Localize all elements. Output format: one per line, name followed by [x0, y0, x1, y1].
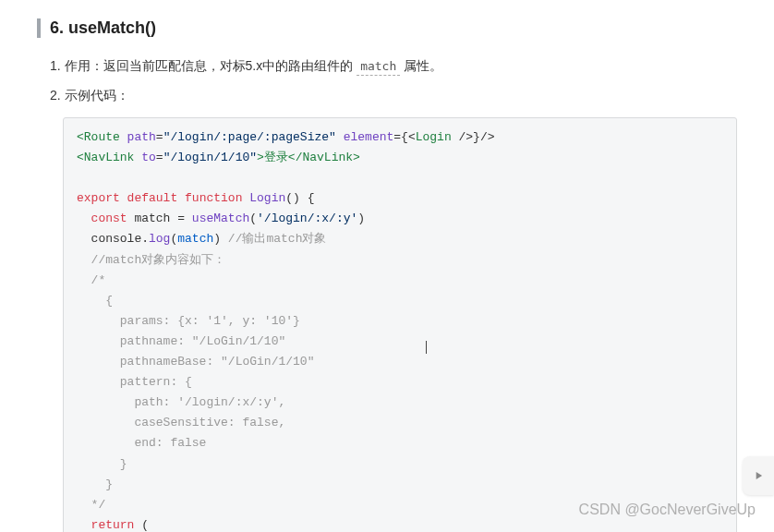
- code-token: export: [77, 191, 120, 205]
- code-token: Login: [242, 191, 285, 205]
- code-token: match =: [127, 212, 192, 225]
- code-token: }: [77, 478, 113, 491]
- code-token: >登录</NavLink>: [257, 151, 360, 164]
- code-token: end: false: [77, 436, 206, 450]
- list-item-2: 2. 示例代码：: [37, 88, 737, 104]
- code-token: "/login/1/10": [163, 151, 257, 164]
- code-token: pathnameBase: "/LoGin/1/10": [77, 355, 314, 369]
- code-token: //match对象内容如下：: [77, 253, 225, 267]
- code-token: '/login/:x/:y': [257, 212, 357, 225]
- code-token: path: '/login/:x/:y',: [77, 395, 285, 409]
- code-block: <Route path="/login/:page/:pageSize" ele…: [63, 117, 737, 532]
- code-token: match: [177, 232, 213, 246]
- code-token: element: [336, 130, 393, 144]
- document-content: 6. useMatch() 1. 作用：返回当前匹配信息，对标5.x中的路由组件…: [0, 0, 774, 532]
- code-token: useMatch: [192, 212, 249, 225]
- section-heading: 6. useMatch(): [37, 18, 737, 38]
- code-token: caseSensitive: false,: [77, 416, 285, 429]
- code-token: console.: [77, 232, 149, 246]
- code-token: ): [213, 232, 228, 246]
- code-token: {: [77, 294, 113, 308]
- code-token: return: [77, 518, 134, 532]
- code-token: params: {x: '1', y: '10'}: [77, 314, 300, 328]
- watermark: CSDN @GocNeverGiveUp: [579, 502, 756, 518]
- code-token: =: [156, 151, 163, 164]
- code-token: pathname: "/LoGin/1/10": [77, 334, 285, 348]
- code-token: (: [134, 518, 149, 532]
- code-token: pattern: {: [77, 375, 192, 389]
- code-token: (: [249, 212, 257, 225]
- code-token: default: [120, 191, 177, 205]
- code-token: path: [127, 130, 156, 144]
- play-button[interactable]: [743, 456, 774, 495]
- code-token: to: [141, 151, 156, 164]
- code-token: =: [156, 130, 163, 144]
- code-token: }: [77, 457, 127, 471]
- play-icon: [752, 469, 765, 482]
- code-token: function: [177, 191, 242, 205]
- code-token: <Route: [77, 130, 127, 144]
- code-token: "/login/:page/:pageSize": [163, 130, 336, 144]
- code-token: ={<: [393, 130, 415, 144]
- code-token: */: [77, 498, 105, 512]
- list-item-1: 1. 作用：返回当前匹配信息，对标5.x中的路由组件的 match 属性。: [37, 58, 737, 75]
- item1-suffix: 属性。: [400, 58, 442, 73]
- text-cursor: [426, 341, 427, 354]
- code-token: //输出match对象: [228, 232, 327, 246]
- code-token: Login: [416, 130, 452, 144]
- code-token: /*: [77, 273, 105, 287]
- code-token: const: [77, 212, 127, 225]
- item1-prefix: 1. 作用：返回当前匹配信息，对标5.x中的路由组件的: [50, 58, 357, 73]
- code-token: ): [357, 212, 365, 225]
- code-token: log: [149, 232, 170, 246]
- inline-code-match: match: [357, 57, 400, 76]
- code-token: <NavLink: [77, 151, 141, 164]
- code-token: () {: [285, 191, 314, 205]
- code-token: />}/>: [452, 130, 495, 144]
